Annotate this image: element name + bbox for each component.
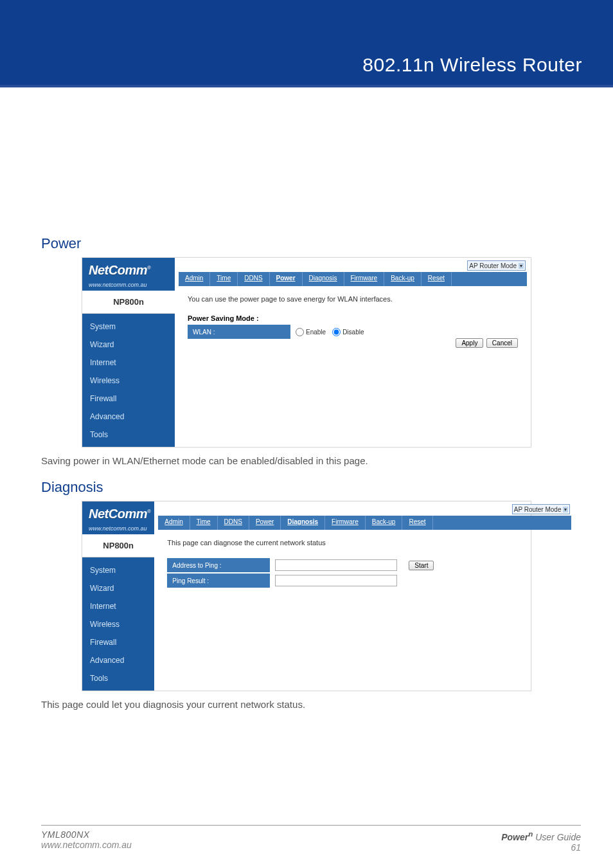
tab-admin[interactable]: Admin — [179, 272, 210, 286]
mode-selector-row-2: AP Router Mode ▾ — [154, 502, 575, 516]
power-caption: Saving power in WLAN/Ethernet mode can b… — [41, 455, 572, 466]
router-tabs-2: Admin Time DDNS Power Diagnosis Firmware… — [158, 516, 571, 530]
section-heading-diagnosis: Diagnosis — [41, 479, 572, 496]
router-sidebar: NetComm® www.netcomm.com.au NP800n Syste… — [82, 258, 175, 447]
diagnosis-description: This page can diagnose the current netwo… — [167, 539, 562, 547]
mode-selector-value-2: AP Router Mode — [514, 506, 562, 513]
doc-footer: YML800NX www.netcomm.com.au Powern User … — [41, 825, 581, 853]
header-divider — [0, 85, 613, 87]
radio-enable-input[interactable] — [296, 328, 304, 336]
sidebar-item-wireless-2[interactable]: Wireless — [82, 615, 154, 633]
footer-page-number: 61 — [501, 842, 581, 853]
tab-backup[interactable]: Back-up — [384, 272, 422, 286]
sidebar-item-internet-2[interactable]: Internet — [82, 597, 154, 615]
sidebar-item-internet[interactable]: Internet — [82, 354, 175, 372]
power-description: You can use the power page to save energ… — [188, 295, 518, 303]
brand-url-2: www.netcomm.com.au — [89, 525, 147, 532]
tab-diagnosis[interactable]: Diagnosis — [303, 272, 344, 286]
doc-header: 802.11n Wireless Router — [0, 0, 613, 85]
footer-url: www.netcomm.com.au — [41, 840, 132, 850]
diagnosis-caption: This page could let you diagnosis your c… — [41, 699, 572, 710]
address-to-ping-row: Address to Ping : Start — [167, 558, 434, 572]
radio-enable-label: Enable — [306, 329, 326, 336]
tab-reset-2[interactable]: Reset — [402, 516, 432, 530]
router-body-diagnosis: This page can diagnose the current netwo… — [154, 530, 575, 597]
tab-power-2[interactable]: Power — [249, 516, 281, 530]
footer-label: User Guide — [533, 832, 581, 842]
router-tabs: Admin Time DDNS Power Diagnosis Firmware… — [179, 272, 527, 286]
footer-model: YML800NX — [41, 829, 132, 840]
address-to-ping-label: Address to Ping : — [167, 562, 270, 569]
apply-button[interactable]: Apply — [456, 338, 483, 348]
ping-result-label: Ping Result : — [167, 577, 270, 584]
wlan-row-label: WLAN : — [188, 329, 290, 336]
tab-time-2[interactable]: Time — [190, 516, 218, 530]
start-button[interactable]: Start — [409, 561, 434, 570]
ping-result-value — [270, 574, 434, 588]
router-nav: System Wizard Internet Wireless Firewall… — [82, 314, 175, 444]
tab-diagnosis-2[interactable]: Diagnosis — [281, 516, 325, 530]
brand-suffix: ® — [147, 265, 150, 271]
doc-title: 802.11n Wireless Router — [362, 54, 582, 76]
router-main-2: AP Router Mode ▾ Admin Time DDNS Power D… — [154, 502, 575, 691]
sidebar-item-wireless[interactable]: Wireless — [82, 372, 175, 390]
sidebar-item-tools[interactable]: Tools — [82, 426, 175, 444]
chevron-down-icon: ▾ — [519, 263, 524, 269]
brand-url: www.netcomm.com.au — [89, 282, 147, 288]
router-screenshot-power: NetComm® www.netcomm.com.au NP800n Syste… — [82, 257, 531, 448]
sidebar-item-firewall-2[interactable]: Firewall — [82, 633, 154, 651]
address-to-ping-input[interactable] — [275, 559, 397, 571]
tab-admin-2[interactable]: Admin — [158, 516, 190, 530]
sidebar-item-wizard[interactable]: Wizard — [82, 336, 175, 354]
mode-selector-row: AP Router Mode ▾ — [175, 258, 531, 272]
power-saving-mode-label: Power Saving Mode : — [188, 314, 518, 322]
brand-text-2: NetComm — [89, 507, 147, 521]
wlan-row-value: Enable Disable — [290, 325, 370, 339]
sidebar-item-tools-2[interactable]: Tools — [82, 669, 154, 687]
radio-disable-label: Disable — [342, 329, 364, 336]
tab-backup-2[interactable]: Back-up — [366, 516, 403, 530]
ping-result-row: Ping Result : — [167, 574, 434, 588]
sidebar-item-wizard-2[interactable]: Wizard — [82, 579, 154, 597]
radio-disable[interactable]: Disable — [332, 328, 364, 336]
mode-selector-value: AP Router Mode — [469, 262, 517, 269]
brand-text: NetComm — [89, 263, 147, 277]
tab-power[interactable]: Power — [270, 272, 303, 286]
tab-ddns-2[interactable]: DDNS — [218, 516, 249, 530]
wlan-row: WLAN : Enable Disable — [188, 325, 370, 339]
ping-result-output — [275, 575, 397, 586]
router-nav-2: System Wizard Internet Wireless Firewall… — [82, 557, 154, 687]
sidebar-item-advanced[interactable]: Advanced — [82, 408, 175, 426]
footer-right: Powern User Guide 61 — [501, 829, 581, 853]
router-main: AP Router Mode ▾ Admin Time DDNS Power D… — [175, 258, 531, 447]
router-logo-2: NetComm® www.netcomm.com.au — [82, 502, 154, 534]
router-sidebar-2: NetComm® www.netcomm.com.au NP800n Syste… — [82, 502, 154, 691]
cancel-button[interactable]: Cancel — [486, 338, 518, 348]
sidebar-item-system-2[interactable]: System — [82, 561, 154, 579]
power-buttons: Apply Cancel — [456, 336, 518, 348]
tab-firmware[interactable]: Firmware — [344, 272, 385, 286]
tab-ddns[interactable]: DDNS — [238, 272, 269, 286]
router-model-2: NP800n — [82, 534, 154, 557]
sidebar-item-firewall[interactable]: Firewall — [82, 390, 175, 408]
address-to-ping-value: Start — [270, 558, 434, 572]
tab-time[interactable]: Time — [210, 272, 238, 286]
router-screenshot-diagnosis: NetComm® www.netcomm.com.au NP800n Syste… — [82, 501, 531, 691]
mode-selector-2[interactable]: AP Router Mode ▾ — [512, 504, 571, 514]
radio-disable-input[interactable] — [332, 328, 341, 336]
footer-product: Power — [501, 832, 528, 842]
chevron-down-icon-2: ▾ — [563, 507, 568, 512]
radio-enable[interactable]: Enable — [296, 328, 326, 336]
tab-reset[interactable]: Reset — [422, 272, 452, 286]
sidebar-item-advanced-2[interactable]: Advanced — [82, 651, 154, 669]
router-model: NP800n — [82, 291, 175, 314]
mode-selector[interactable]: AP Router Mode ▾ — [467, 260, 526, 271]
sidebar-item-system[interactable]: System — [82, 318, 175, 336]
router-logo: NetComm® www.netcomm.com.au — [82, 258, 175, 291]
section-heading-power: Power — [41, 235, 572, 252]
brand-suffix-2: ® — [147, 509, 150, 514]
tab-firmware-2[interactable]: Firmware — [325, 516, 366, 530]
footer-left: YML800NX www.netcomm.com.au — [41, 829, 132, 853]
